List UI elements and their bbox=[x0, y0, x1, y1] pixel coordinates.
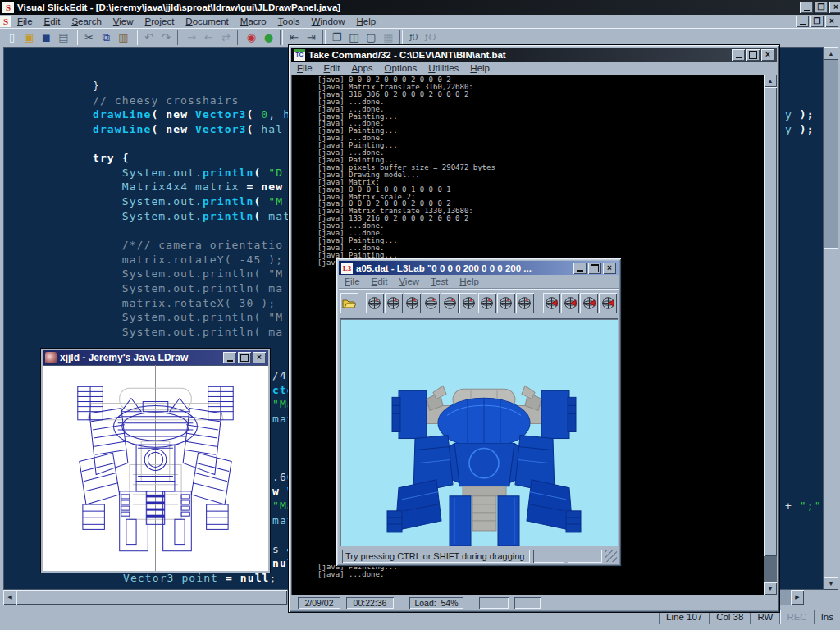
code-line: y ); bbox=[785, 107, 815, 122]
one-window-icon[interactable]: ▢ bbox=[363, 30, 380, 46]
restore-button[interactable]: ❐ bbox=[815, 2, 828, 13]
l3lab-minimize-button[interactable] bbox=[573, 262, 587, 274]
console-vertical-scrollbar[interactable]: ▲ ▼ bbox=[764, 75, 777, 595]
tc-status-00-22-36: 00:22:36 bbox=[346, 597, 394, 609]
slickedit-app-icon[interactable]: S bbox=[2, 2, 14, 13]
model-viewport[interactable] bbox=[340, 318, 618, 546]
nav-forward-icon[interactable]: → bbox=[183, 30, 200, 46]
view-rotate-button-8[interactable] bbox=[497, 293, 515, 313]
split-window-icon[interactable]: ❐ bbox=[328, 30, 345, 46]
scroll-down-icon[interactable]: ▼ bbox=[824, 577, 838, 590]
open-file-button[interactable] bbox=[340, 293, 358, 313]
horizontal-scroll-thumb[interactable] bbox=[16, 590, 287, 605]
new-file-icon[interactable]: ▯ bbox=[3, 30, 21, 46]
menu-item-help[interactable]: Help bbox=[351, 16, 382, 27]
hex-view-icon[interactable]: ▦ bbox=[380, 30, 397, 46]
open-file-icon[interactable]: ▣ bbox=[21, 30, 38, 46]
xjjld-window[interactable]: xjjld - Jeremy's Java LDraw × bbox=[41, 349, 270, 573]
close-button[interactable]: × bbox=[829, 2, 840, 13]
l3lab-maximize-button[interactable] bbox=[588, 262, 601, 274]
menu-item-utilities[interactable]: Utilities bbox=[422, 62, 464, 74]
menu-item-search[interactable]: Search bbox=[66, 16, 107, 27]
xjjld-minimize-button[interactable] bbox=[223, 352, 236, 363]
menu-item-help[interactable]: Help bbox=[464, 62, 495, 74]
l3lab-close-button[interactable]: × bbox=[603, 262, 616, 274]
wireframe-canvas[interactable] bbox=[43, 365, 268, 571]
tc-close-button[interactable]: × bbox=[761, 49, 774, 61]
cut-icon[interactable]: ✂ bbox=[80, 30, 98, 46]
menu-item-document[interactable]: Document bbox=[180, 16, 234, 27]
xjjld-close-button[interactable]: × bbox=[253, 352, 266, 363]
menu-item-project[interactable]: Project bbox=[139, 16, 180, 27]
dual-window-icon[interactable]: ◫ bbox=[345, 30, 363, 46]
l3lab-window[interactable]: L3 a05.dat - L3Lab "0 0 0 0 200 0 0 0 20… bbox=[336, 258, 621, 566]
menu-item-edit[interactable]: Edit bbox=[39, 16, 66, 27]
mdi-close-button[interactable]: × bbox=[825, 16, 838, 27]
view-face-button-13[interactable] bbox=[599, 293, 617, 313]
view-rotate-button-5[interactable] bbox=[441, 293, 459, 313]
undo-icon[interactable]: ↶ bbox=[140, 30, 158, 46]
resize-grip[interactable] bbox=[605, 550, 617, 562]
save-icon[interactable]: ◼ bbox=[38, 30, 55, 46]
html-preview-icon[interactable]: ● bbox=[260, 30, 277, 46]
shift-right-icon[interactable]: ⇥ bbox=[303, 30, 320, 46]
console-scroll-up-icon[interactable]: ▲ bbox=[764, 75, 777, 87]
take-command-titlebar[interactable]: TC Take Command/32 - C:\DEV\ANT\BIN\ant.… bbox=[291, 48, 777, 62]
menu-item-edit[interactable]: Edit bbox=[318, 62, 346, 74]
menu-item-test[interactable]: Test bbox=[425, 276, 454, 287]
menu-item-view[interactable]: View bbox=[107, 16, 139, 27]
slickedit-titlebar[interactable]: S Visual SlickEdit - [D:\jeremy\java\jjl… bbox=[0, 0, 840, 15]
document-icon[interactable]: S bbox=[0, 16, 11, 27]
shift-left-icon[interactable]: ⇤ bbox=[285, 30, 303, 46]
menu-item-view[interactable]: View bbox=[393, 276, 425, 287]
l3lab-titlebar[interactable]: L3 a05.dat - L3Lab "0 0 0 0 200 0 0 0 20… bbox=[339, 261, 619, 275]
mdi-minimize-button[interactable] bbox=[796, 16, 809, 27]
tc-minimize-button[interactable] bbox=[732, 49, 745, 61]
menu-item-tools[interactable]: Tools bbox=[272, 16, 306, 27]
record-macro-icon[interactable]: ◉ bbox=[243, 30, 260, 46]
view-rotate-button-4[interactable] bbox=[422, 293, 440, 313]
menu-item-macro[interactable]: Macro bbox=[235, 16, 272, 27]
l3lab-status-pane bbox=[568, 550, 602, 563]
console-scroll-down-icon[interactable]: ▼ bbox=[764, 582, 777, 595]
nav-back-icon[interactable]: ← bbox=[200, 30, 217, 46]
view-rotate-button-1[interactable] bbox=[366, 293, 384, 313]
take-command-title: Take Command/32 - C:\DEV\ANT\BIN\ant.bat bbox=[308, 50, 506, 60]
xjjld-titlebar[interactable]: xjjld - Jeremy's Java LDraw × bbox=[43, 350, 268, 365]
menu-item-file[interactable]: File bbox=[291, 62, 318, 74]
scroll-left-icon[interactable]: ◀ bbox=[3, 590, 16, 605]
tc-maximize-button[interactable] bbox=[746, 49, 760, 61]
redo-icon[interactable]: ↷ bbox=[158, 30, 175, 46]
view-rotate-button-9[interactable] bbox=[516, 293, 534, 313]
function-list-icon[interactable]: ƒ() bbox=[405, 30, 422, 46]
print-icon[interactable]: ▤ bbox=[55, 30, 72, 46]
take-command-statusbar: 2/09/0200:22:36Load: 54% bbox=[291, 595, 777, 609]
menu-item-edit[interactable]: Edit bbox=[366, 276, 394, 287]
menu-item-options[interactable]: Options bbox=[379, 62, 423, 74]
view-rotate-button-2[interactable] bbox=[385, 293, 403, 313]
console-scroll-thumb[interactable] bbox=[764, 87, 777, 556]
view-rotate-button-3[interactable] bbox=[404, 293, 422, 313]
mdi-restore-button[interactable]: ❐ bbox=[810, 16, 824, 27]
function-args-icon[interactable]: ƒ{} bbox=[422, 30, 440, 46]
vertical-scroll-thumb[interactable] bbox=[824, 248, 838, 609]
minimize-button[interactable] bbox=[800, 2, 813, 13]
xjjld-maximize-button[interactable] bbox=[238, 352, 251, 363]
editor-vertical-scrollbar[interactable]: ▲ ▼ bbox=[824, 47, 838, 590]
view-rotate-button-7[interactable] bbox=[478, 293, 496, 313]
push-bookmark-icon[interactable]: ⇄ bbox=[217, 30, 235, 46]
view-rotate-button-6[interactable] bbox=[459, 293, 477, 313]
scroll-right-icon[interactable]: ▶ bbox=[791, 590, 804, 605]
scroll-up-icon[interactable]: ▲ bbox=[824, 47, 838, 60]
view-face-button-12[interactable] bbox=[580, 293, 598, 313]
menu-item-file[interactable]: File bbox=[11, 16, 39, 27]
menu-item-window[interactable]: Window bbox=[306, 16, 351, 27]
menu-item-apps[interactable]: Apps bbox=[345, 62, 378, 74]
copy-icon[interactable]: ⧉ bbox=[98, 30, 115, 46]
toolbar-separator bbox=[135, 30, 138, 45]
menu-item-file[interactable]: File bbox=[339, 276, 366, 287]
menu-item-help[interactable]: Help bbox=[454, 276, 485, 287]
view-face-button-11[interactable] bbox=[561, 293, 579, 313]
view-face-button-10[interactable] bbox=[543, 293, 561, 313]
paste-icon[interactable]: ▥ bbox=[115, 30, 132, 46]
